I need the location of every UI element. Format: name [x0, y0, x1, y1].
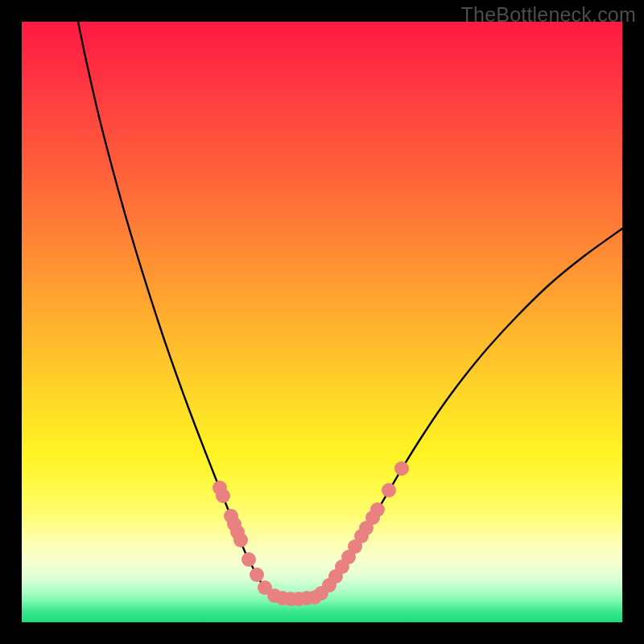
- data-marker: [242, 552, 256, 567]
- data-marker: [216, 489, 230, 503]
- data-marker: [394, 461, 409, 476]
- curve-line: [78, 22, 622, 599]
- watermark-text: TheBottleneck.com: [461, 3, 636, 27]
- bottleneck-curve-plot: [22, 22, 622, 622]
- curve-markers: [213, 461, 409, 606]
- plot-area: [22, 22, 622, 622]
- data-marker: [233, 533, 248, 547]
- data-marker: [382, 483, 396, 497]
- data-marker: [370, 502, 385, 517]
- data-marker: [250, 568, 264, 582]
